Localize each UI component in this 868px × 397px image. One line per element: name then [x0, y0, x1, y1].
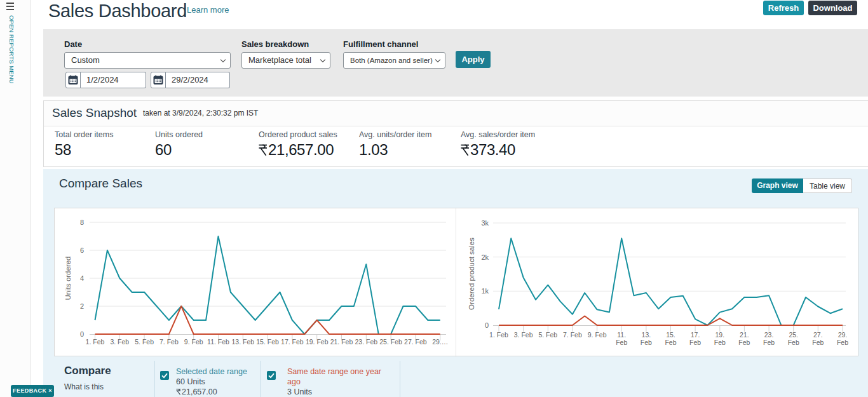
svg-text:Feb: Feb — [788, 339, 799, 346]
svg-text:27.: 27. — [813, 331, 823, 339]
svg-text:3. Feb: 3. Feb — [514, 331, 533, 339]
svg-text:17. Feb: 17. Feb — [281, 338, 304, 346]
svg-text:17.: 17. — [691, 331, 700, 339]
svg-text:Feb: Feb — [763, 339, 775, 346]
svg-text:2k: 2k — [481, 253, 489, 261]
svg-text:19.: 19. — [715, 331, 724, 339]
svg-text:11. Feb: 11. Feb — [207, 338, 229, 346]
svg-text:15. Feb: 15. Feb — [256, 338, 279, 346]
svg-text:Feb: Feb — [738, 339, 750, 346]
svg-text:3. Feb: 3. Feb — [110, 338, 129, 346]
svg-text:19. Feb: 19. Feb — [306, 338, 329, 346]
svg-text:Feb: Feb — [641, 339, 652, 346]
svg-text:1k: 1k — [481, 287, 489, 295]
svg-text:7. Feb: 7. Feb — [159, 338, 179, 346]
svg-text:3k: 3k — [481, 219, 489, 227]
svg-text:13.: 13. — [642, 331, 651, 339]
svg-text:Feb: Feb — [714, 339, 726, 346]
svg-text:Feb: Feb — [665, 339, 676, 346]
svg-text:4: 4 — [80, 274, 84, 282]
svg-text:23. Feb: 23. Feb — [355, 338, 377, 346]
svg-text:27. Feb: 27. Feb — [404, 338, 427, 346]
svg-text:2: 2 — [80, 302, 84, 310]
svg-text:0: 0 — [80, 330, 84, 338]
svg-text:25. Feb: 25. Feb — [379, 338, 402, 346]
svg-text:9. Feb: 9. Feb — [588, 331, 607, 339]
svg-text:1. Feb: 1. Feb — [86, 338, 105, 346]
svg-text:25.: 25. — [789, 331, 798, 339]
svg-text:21.: 21. — [740, 331, 749, 339]
svg-text:29.…: 29.… — [432, 338, 448, 346]
svg-text:5. Feb: 5. Feb — [135, 338, 154, 346]
svg-text:21. Feb: 21. Feb — [330, 338, 353, 346]
svg-text:15.: 15. — [666, 331, 675, 339]
svg-text:Feb: Feb — [689, 339, 701, 346]
svg-text:9. Feb: 9. Feb — [184, 338, 203, 346]
svg-text:7. Feb: 7. Feb — [563, 331, 582, 339]
svg-text:6: 6 — [80, 246, 84, 254]
svg-text:5. Feb: 5. Feb — [538, 331, 557, 339]
svg-text:11.: 11. — [617, 331, 626, 339]
svg-text:Ordered product sales: Ordered product sales — [468, 238, 475, 310]
svg-text:1. Feb: 1. Feb — [489, 331, 508, 339]
svg-text:8: 8 — [80, 219, 84, 226]
svg-text:Units ordered: Units ordered — [64, 256, 72, 300]
svg-text:Feb: Feb — [837, 339, 848, 346]
svg-text:0: 0 — [485, 321, 489, 329]
svg-text:Feb: Feb — [812, 339, 824, 346]
svg-text:13. Feb: 13. Feb — [231, 338, 254, 346]
svg-text:Feb: Feb — [616, 339, 627, 346]
svg-text:23.: 23. — [764, 331, 774, 339]
svg-text:29.: 29. — [838, 331, 848, 339]
